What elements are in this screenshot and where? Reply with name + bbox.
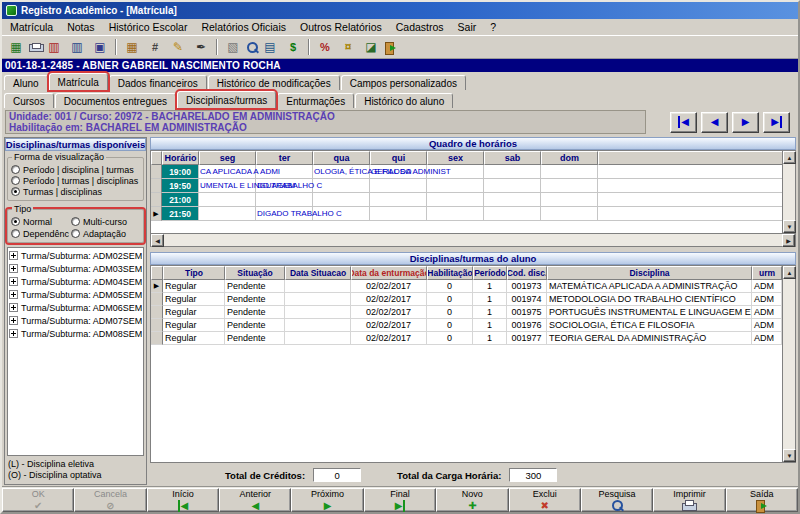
percent-icon[interactable] bbox=[314, 37, 336, 57]
tab-enturmacoes[interactable]: Enturmações bbox=[277, 93, 354, 108]
schedule-horizontal-scrollbar[interactable]: ◀ ▶ bbox=[150, 234, 796, 247]
imprimir-button[interactable]: Imprimir bbox=[653, 488, 725, 512]
expand-icon[interactable] bbox=[9, 264, 18, 273]
menu-relatorios-oficiais[interactable]: Relatórios Oficiais bbox=[194, 19, 293, 35]
col-cod-disc[interactable]: Cod. disc. bbox=[507, 266, 547, 280]
radio-dependencia[interactable]: Dependência bbox=[11, 228, 69, 239]
schedule-vertical-scrollbar[interactable]: ▲ ▼ bbox=[782, 151, 795, 233]
currency-icon[interactable] bbox=[337, 37, 359, 57]
scroll-up-icon[interactable]: ▲ bbox=[783, 266, 796, 279]
col-tipo[interactable]: Tipo bbox=[163, 266, 225, 280]
expand-icon[interactable] bbox=[9, 316, 18, 325]
menu-outros-relatorios[interactable]: Outros Relatórios bbox=[293, 19, 389, 35]
col-data-situacao[interactable]: Data Situacao bbox=[285, 266, 351, 280]
tree-item[interactable]: Turma/Subturma: ADM05SEM/0 bbox=[9, 288, 142, 301]
table-row[interactable]: Regular Pendente 02/02/2017 0 1 001976 S… bbox=[151, 319, 782, 332]
tree-item[interactable]: Turma/Subturma: ADM08SEM/0 bbox=[9, 327, 142, 340]
col-situacao[interactable]: Situação bbox=[225, 266, 285, 280]
ok-button[interactable]: OK bbox=[2, 488, 74, 512]
col-disciplina[interactable]: Disciplina bbox=[547, 266, 752, 280]
table-row[interactable]: Regular Pendente 02/02/2017 0 1 001973 M… bbox=[151, 280, 782, 293]
scroll-down-icon[interactable]: ▼ bbox=[783, 220, 796, 233]
schedule-row[interactable]: 19:50 UMENTAL E LINGUAGEM DO TRABALHO C bbox=[151, 179, 782, 193]
schedule-row[interactable]: 21:00 bbox=[151, 193, 782, 207]
calendar-icon[interactable] bbox=[121, 37, 143, 57]
tree-item[interactable]: Turma/Subturma: ADM07SEM/0 bbox=[9, 314, 142, 327]
record-next-button[interactable] bbox=[732, 112, 759, 133]
expand-icon[interactable] bbox=[9, 251, 18, 260]
card-icon[interactable] bbox=[259, 37, 281, 57]
schedule-row-selected[interactable]: 21:50 DIGADO TRABALHO C bbox=[151, 207, 782, 221]
schedule-row[interactable]: 19:00 CA APLICADA A ADMI OLOGIA, ÉTICA E… bbox=[151, 165, 782, 179]
reports-book-icon[interactable] bbox=[66, 37, 88, 57]
cancel-button[interactable]: Cancela bbox=[74, 488, 146, 512]
radio-multi-curso[interactable]: Multi-curso bbox=[71, 216, 140, 227]
money-icon[interactable] bbox=[282, 37, 304, 57]
tab-matricula[interactable]: Matrícula bbox=[49, 73, 108, 90]
tab-campos-personalizados[interactable]: Campos personalizados bbox=[341, 75, 466, 90]
tab-dados-financeiros[interactable]: Dados financeiros bbox=[109, 75, 207, 90]
tree-item[interactable]: Turma/Subturma: ADM04SEM/0 bbox=[9, 275, 142, 288]
radio-normal[interactable]: Normal bbox=[11, 216, 69, 227]
tree-item[interactable]: Turma/Subturma: ADM02SEM/0 bbox=[9, 249, 142, 262]
tab-aluno[interactable]: Aluno bbox=[4, 75, 48, 90]
table-vertical-scrollbar[interactable]: ▲ ▼ bbox=[782, 266, 795, 462]
expand-icon[interactable] bbox=[9, 329, 18, 338]
saida-button[interactable]: Saída bbox=[726, 488, 798, 512]
scroll-left-icon[interactable]: ◀ bbox=[151, 234, 164, 247]
col-periodo[interactable]: Período bbox=[473, 266, 507, 280]
menu-matricula[interactable]: Matrícula bbox=[3, 19, 60, 35]
scroll-right-icon[interactable]: ▶ bbox=[782, 234, 795, 247]
tab-cursos[interactable]: Cursos bbox=[4, 93, 54, 108]
pencil-icon[interactable] bbox=[167, 37, 189, 57]
record-first-button[interactable] bbox=[670, 112, 697, 133]
pen-icon[interactable] bbox=[190, 37, 212, 57]
inicio-button[interactable]: Início bbox=[147, 488, 219, 512]
expand-icon[interactable] bbox=[9, 290, 18, 299]
col-turma[interactable]: urm bbox=[752, 266, 782, 280]
tree-item[interactable]: Turma/Subturma: ADM06SEM/0 bbox=[9, 301, 142, 314]
col-habilitacao[interactable]: Habilitação bbox=[427, 266, 473, 280]
package-icon[interactable] bbox=[222, 37, 244, 57]
anterior-button[interactable]: Anterior bbox=[219, 488, 291, 512]
table-row[interactable]: Regular Pendente 02/02/2017 0 1 001977 T… bbox=[151, 332, 782, 345]
student-record-icon[interactable] bbox=[5, 37, 27, 57]
proximo-button[interactable]: Próximo bbox=[291, 488, 363, 512]
col-data-enturmacao[interactable]: Data da enturmação bbox=[351, 266, 427, 280]
expand-icon[interactable] bbox=[9, 303, 18, 312]
menu-help[interactable]: ? bbox=[483, 19, 503, 35]
tab-historico-modificacoes[interactable]: Histórico de modificações bbox=[208, 75, 340, 90]
exclui-button[interactable]: Exclui bbox=[509, 488, 581, 512]
turma-tree[interactable]: Turma/Subturma: ADM02SEM/0 Turma/Subturm… bbox=[7, 247, 144, 456]
tab-disciplinas-turmas[interactable]: Disciplinas/turmas bbox=[177, 91, 276, 108]
save-icon[interactable] bbox=[89, 37, 111, 57]
printer-icon[interactable] bbox=[28, 42, 42, 53]
search-icon[interactable] bbox=[245, 41, 258, 53]
table-row[interactable]: Regular Pendente 02/02/2017 0 1 001975 P… bbox=[151, 306, 782, 319]
expand-icon[interactable] bbox=[9, 277, 18, 286]
pesquisa-button[interactable]: Pesquisa bbox=[581, 488, 653, 512]
menu-cadastros[interactable]: Cadastros bbox=[389, 19, 451, 35]
tree-item[interactable]: Turma/Subturma: ADM03SEM/0 bbox=[9, 262, 142, 275]
novo-button[interactable]: Novo bbox=[436, 488, 508, 512]
scroll-down-icon[interactable]: ▼ bbox=[783, 449, 796, 462]
menu-sair[interactable]: Sair bbox=[451, 19, 484, 35]
final-button[interactable]: Final bbox=[364, 488, 436, 512]
radio-periodo-disciplina-turmas[interactable]: Período | disciplina | turmas bbox=[11, 164, 140, 175]
chart-icon[interactable] bbox=[360, 37, 382, 57]
record-last-button[interactable] bbox=[763, 112, 790, 133]
exit-icon[interactable] bbox=[383, 41, 397, 53]
calculator-icon[interactable] bbox=[144, 37, 166, 57]
tab-historico-do-aluno[interactable]: Histórico do aluno bbox=[355, 93, 453, 108]
record-previous-button[interactable] bbox=[701, 112, 728, 133]
radio-periodo-turmas-disciplinas[interactable]: Período | turmas | disciplinas bbox=[11, 175, 140, 186]
tab-documentos-entregues[interactable]: Documentos entregues bbox=[55, 93, 176, 108]
radio-adaptacao[interactable]: Adaptação bbox=[71, 228, 140, 239]
menu-historico-escolar[interactable]: Histórico Escolar bbox=[102, 19, 195, 35]
menu-notas[interactable]: Notas bbox=[60, 19, 101, 35]
scroll-up-icon[interactable]: ▲ bbox=[783, 151, 796, 164]
title-bar: Registro Acadêmico - [Matrícula] bbox=[2, 2, 798, 19]
radio-turmas-disciplinas[interactable]: Turmas | disciplinas bbox=[11, 186, 140, 197]
history-book-icon[interactable] bbox=[43, 37, 65, 57]
table-row[interactable]: Regular Pendente 02/02/2017 0 1 001974 M… bbox=[151, 293, 782, 306]
